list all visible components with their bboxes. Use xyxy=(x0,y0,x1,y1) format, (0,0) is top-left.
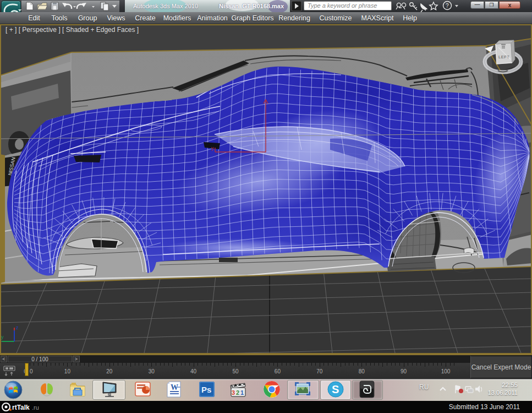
svg-text:rtTalk: rtTalk xyxy=(12,404,30,411)
svg-text:z: z xyxy=(16,325,19,330)
svg-text:Ps: Ps xyxy=(201,385,211,394)
svg-text:W: W xyxy=(171,383,178,392)
svg-text:S: S xyxy=(332,383,339,395)
svg-text:Nissan_GT-R0168.max: Nissan_GT-R0168.max xyxy=(219,3,284,9)
svg-text:Autodesk 3ds Max 2010: Autodesk 3ds Max 2010 xyxy=(133,3,198,9)
svg-text:?: ? xyxy=(446,3,449,9)
svg-text:3: 3 xyxy=(232,389,235,396)
svg-text:[ + ] [ Perspective ] [ Shaded: [ + ] [ Perspective ] [ Shaded + Edged F… xyxy=(6,26,139,34)
svg-text:y: y xyxy=(1,334,4,340)
svg-text:.ru: .ru xyxy=(32,404,39,411)
svg-text:1: 1 xyxy=(240,389,244,396)
svg-text:y: y xyxy=(211,145,214,151)
svg-text:2: 2 xyxy=(236,389,239,396)
